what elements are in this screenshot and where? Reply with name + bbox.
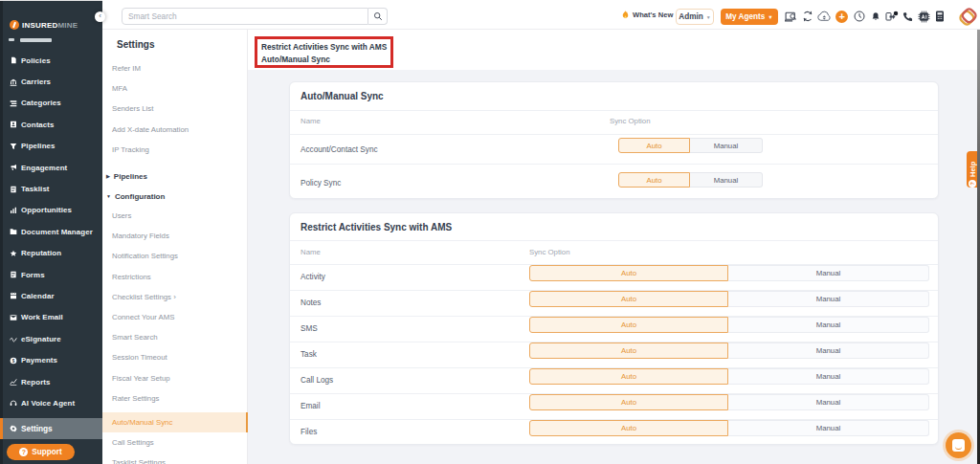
svg-text:$: $ bbox=[12, 358, 15, 363]
